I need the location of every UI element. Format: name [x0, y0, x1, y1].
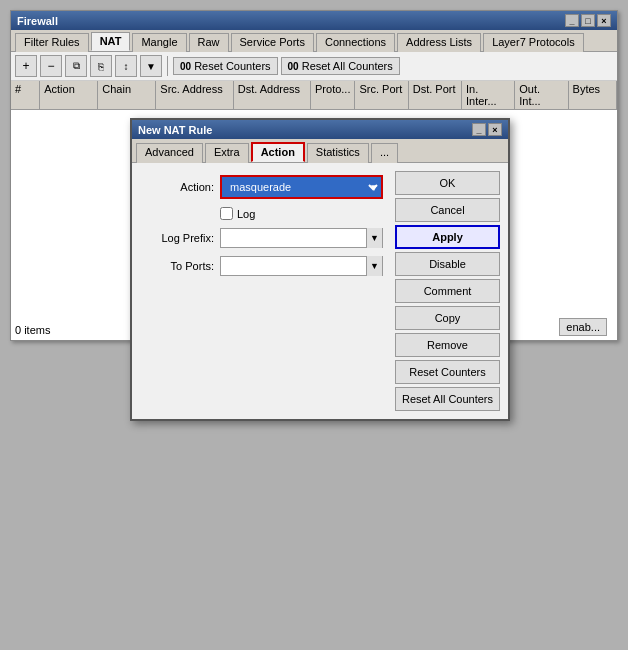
to-ports-arrow[interactable]: ▼: [366, 256, 382, 276]
to-ports-input-wrapper: ▼: [220, 256, 383, 276]
close-button[interactable]: ×: [597, 14, 611, 27]
col-header-src-address: Src. Address: [156, 81, 233, 109]
oo-badge-2: 00: [288, 61, 299, 72]
log-prefix-label: Log Prefix:: [144, 232, 214, 244]
log-label: Log: [237, 208, 255, 220]
items-count: 0 items: [15, 324, 50, 336]
action-select-wrapper: masquerade accept drop passthrough redir…: [220, 175, 383, 199]
to-ports-label: To Ports:: [144, 260, 214, 272]
col-header-src-port: Src. Port: [355, 81, 408, 109]
toolbar-separator-1: [167, 56, 168, 76]
paste-rule-button[interactable]: ⎘: [90, 55, 112, 77]
firewall-title: Firewall: [17, 15, 58, 27]
filter-button[interactable]: ▼: [140, 55, 162, 77]
nat-dialog-title: New NAT Rule: [138, 124, 212, 136]
col-header-bytes: Bytes: [569, 81, 617, 109]
reset-all-counters-dialog-button[interactable]: Reset All Counters: [395, 387, 500, 411]
log-row: Log: [144, 207, 383, 220]
tab-nat[interactable]: NAT: [91, 32, 131, 51]
main-tab-bar: Filter Rules NAT Mangle Raw Service Port…: [11, 30, 617, 52]
nat-tab-bar: Advanced Extra Action Statistics ...: [132, 139, 508, 163]
tab-connections[interactable]: Connections: [316, 33, 395, 52]
tab-mangle[interactable]: Mangle: [132, 33, 186, 52]
col-header-out-inter: Out. Int...: [515, 81, 568, 109]
nat-dialog-content: Action: masquerade accept drop passthrou…: [132, 163, 508, 419]
col-header-hash: #: [11, 81, 40, 109]
minimize-button[interactable]: _: [565, 14, 579, 27]
nat-form: Action: masquerade accept drop passthrou…: [140, 171, 387, 411]
tab-address-lists[interactable]: Address Lists: [397, 33, 481, 52]
paste-icon: ⎘: [98, 61, 104, 72]
remove-button[interactable]: Remove: [395, 333, 500, 357]
window-controls: _ □ ×: [565, 14, 611, 27]
log-prefix-row: Log Prefix: ▼: [144, 228, 383, 248]
remove-icon: −: [47, 59, 54, 73]
nat-action-buttons: OK Cancel Apply Disable Comment Copy Rem…: [395, 171, 500, 411]
tab-layer7-protocols[interactable]: Layer7 Protocols: [483, 33, 584, 52]
col-header-in-inter: In. Inter...: [462, 81, 515, 109]
tab-more[interactable]: ...: [371, 143, 398, 163]
action-select[interactable]: masquerade accept drop passthrough redir…: [222, 177, 381, 197]
nat-rule-dialog: New NAT Rule _ × Advanced Extra Action S…: [130, 118, 510, 421]
action-row: Action: masquerade accept drop passthrou…: [144, 175, 383, 199]
col-header-dst-address: Dst. Address: [234, 81, 311, 109]
tab-statistics[interactable]: Statistics: [307, 143, 369, 163]
enable-button[interactable]: enab...: [559, 318, 607, 336]
reset-all-counters-label: Reset All Counters: [302, 60, 393, 72]
log-prefix-input-wrapper: ▼: [220, 228, 383, 248]
tab-action[interactable]: Action: [251, 142, 305, 162]
disable-button[interactable]: Disable: [395, 252, 500, 276]
reset-counters-dialog-button[interactable]: Reset Counters: [395, 360, 500, 384]
filter-icon: ▼: [146, 61, 156, 72]
copy-button[interactable]: Copy: [395, 306, 500, 330]
nat-dialog-titlebar: New NAT Rule _ ×: [132, 120, 508, 139]
tab-raw[interactable]: Raw: [189, 33, 229, 52]
nat-close-button[interactable]: ×: [488, 123, 502, 136]
nat-minimize-button[interactable]: _: [472, 123, 486, 136]
copy-rule-button[interactable]: ⧉: [65, 55, 87, 77]
reset-counters-label: Reset Counters: [194, 60, 270, 72]
to-ports-row: To Ports: ▼: [144, 256, 383, 276]
log-checkbox[interactable]: [220, 207, 233, 220]
action-label: Action:: [144, 181, 214, 193]
ok-button[interactable]: OK: [395, 171, 500, 195]
remove-rule-button[interactable]: −: [40, 55, 62, 77]
to-ports-input[interactable]: [220, 256, 383, 276]
col-header-action: Action: [40, 81, 98, 109]
log-prefix-input[interactable]: [220, 228, 383, 248]
move-icon: ↕: [124, 61, 129, 72]
nat-dialog-controls: _ ×: [472, 123, 502, 136]
col-header-chain: Chain: [98, 81, 156, 109]
cancel-button[interactable]: Cancel: [395, 198, 500, 222]
tab-service-ports[interactable]: Service Ports: [231, 33, 314, 52]
apply-button[interactable]: Apply: [395, 225, 500, 249]
log-prefix-arrow[interactable]: ▼: [366, 228, 382, 248]
firewall-titlebar: Firewall _ □ ×: [11, 11, 617, 30]
reset-counters-button[interactable]: 00 Reset Counters: [173, 57, 278, 75]
tab-filter-rules[interactable]: Filter Rules: [15, 33, 89, 52]
add-rule-button[interactable]: +: [15, 55, 37, 77]
tab-extra[interactable]: Extra: [205, 143, 249, 163]
move-rule-button[interactable]: ↕: [115, 55, 137, 77]
table-header: # Action Chain Src. Address Dst. Address…: [11, 81, 617, 110]
comment-button[interactable]: Comment: [395, 279, 500, 303]
col-header-proto: Proto...: [311, 81, 355, 109]
add-icon: +: [22, 59, 29, 73]
maximize-button[interactable]: □: [581, 14, 595, 27]
reset-all-counters-button[interactable]: 00 Reset All Counters: [281, 57, 400, 75]
tab-advanced[interactable]: Advanced: [136, 143, 203, 163]
copy-icon: ⧉: [73, 60, 80, 72]
col-header-dst-port: Dst. Port: [409, 81, 462, 109]
oo-badge-1: 00: [180, 61, 191, 72]
main-toolbar: + − ⧉ ⎘ ↕ ▼ 00 Reset Counters 00 Reset A…: [11, 52, 617, 81]
